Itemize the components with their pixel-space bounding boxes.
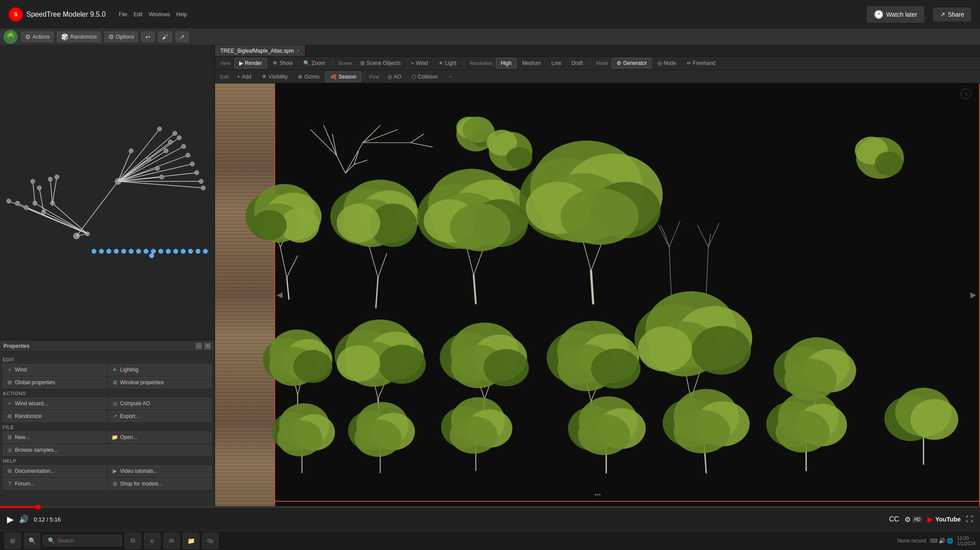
medium-res-tab[interactable]: Medium: [517, 58, 546, 68]
randomize-props-button[interactable]: ⊞ Randomize: [3, 411, 107, 422]
fullscreen-button[interactable]: ⛶: [966, 515, 973, 523]
taskbar-search-box[interactable]: 🔍: [43, 535, 122, 546]
app-menu: File Edit Windows Help: [119, 11, 187, 18]
taskbar-edge[interactable]: e: [144, 532, 161, 549]
taskbar-start-button[interactable]: ⊞: [4, 532, 21, 549]
svg-line-106: [378, 254, 387, 277]
collapse-arrow[interactable]: ▶: [970, 290, 976, 300]
taskbar-store[interactable]: 🛍: [202, 532, 219, 549]
compute-ao-button[interactable]: ◎ Compute AO: [108, 398, 212, 409]
export-props-button[interactable]: ↗ Export...: [108, 411, 212, 422]
scene-objects-tab[interactable]: ⊞ Scene Objects: [355, 58, 406, 68]
share-button[interactable]: ↗ Share: [933, 7, 971, 21]
window-properties-button[interactable]: ⊞ Window properties: [108, 377, 212, 388]
wind-vp-icon: ≈: [411, 60, 414, 66]
back-tab[interactable]: ←: [444, 71, 459, 82]
zoom-tab[interactable]: 🔍 Zoom: [298, 58, 330, 68]
generator-tab[interactable]: ⚙ Generator: [612, 58, 652, 68]
toolbar-sep-2: [464, 59, 464, 67]
add-tab[interactable]: + Add: [232, 71, 256, 82]
export-toolbar-button[interactable]: ↗: [176, 32, 189, 42]
node-tab[interactable]: ◎ Node: [653, 58, 681, 68]
visibility-tab[interactable]: 👁 Visibility: [257, 71, 292, 82]
undo-icon: ↩: [145, 33, 151, 40]
taskbar-file-exp[interactable]: 📁: [183, 532, 199, 549]
scene-label: Scene: [336, 61, 355, 66]
wind-button[interactable]: ≈ Wind: [3, 364, 107, 375]
wind-wizard-button[interactable]: ≈ Wind wizard...: [3, 398, 107, 409]
volume-button[interactable]: 🔊: [19, 514, 29, 524]
render-tab[interactable]: ▶ Render: [234, 58, 267, 68]
paint-button[interactable]: 🖌: [158, 32, 172, 42]
svg-line-67: [33, 182, 35, 204]
node-editor[interactable]: [0, 45, 214, 339]
new-file-button[interactable]: ⊞ New...: [3, 432, 107, 443]
show-tab[interactable]: 👁 Show: [268, 58, 298, 68]
svg-point-14: [196, 249, 200, 254]
youtube-logo-area: S SpeedTree Modeler 9.5.0: [9, 7, 106, 21]
high-res-tab[interactable]: High: [496, 58, 517, 68]
right-panel: TREE_BigleafMaple_Atlas.spm ✕ View ▶ Ren…: [215, 45, 980, 506]
shop-models-button[interactable]: ⊞ Shop for models...: [108, 478, 212, 489]
svg-point-68: [48, 177, 53, 182]
randomize-button[interactable]: 🎲 Randomize: [57, 32, 101, 42]
wind-tab[interactable]: ≈ Wind: [406, 58, 433, 68]
svg-point-166: [484, 349, 529, 386]
panel-minimize-button[interactable]: —: [196, 343, 202, 349]
viewport-canvas[interactable]: ▶ ◀ ••• ↑: [215, 83, 980, 506]
watch-later-button[interactable]: 🕐 Watch later: [867, 6, 924, 23]
freehand-tab[interactable]: ✏ Freehand: [682, 58, 720, 68]
file-tab-maple[interactable]: TREE_BigleafMaple_Atlas.spm ✕: [215, 45, 305, 56]
docs-button[interactable]: ⊞ Documentation...: [3, 465, 107, 477]
actions-button[interactable]: ⚙ Actions: [21, 32, 54, 42]
progress-bar[interactable]: [0, 506, 980, 508]
taskbar-search-btn[interactable]: 🔍: [24, 532, 40, 549]
svg-point-7: [144, 249, 148, 254]
menu-edit[interactable]: Edit: [133, 11, 143, 18]
video-tutorials-button[interactable]: ▶ Video tutorials...: [108, 465, 212, 477]
svg-point-183: [638, 326, 692, 371]
menu-windows[interactable]: Windows: [149, 11, 170, 18]
season-tab[interactable]: 🍂 Season: [325, 71, 361, 82]
file-tab-close[interactable]: ✕: [296, 48, 300, 53]
settings-button[interactable]: ⚙ HD: [905, 515, 922, 524]
clock-icon: 🕐: [874, 10, 883, 19]
toolbar-row-1: View ▶ Render 👁 Show 🔍 Zoom: [215, 57, 980, 70]
svg-point-36: [129, 149, 133, 153]
options-button[interactable]: ⚙ Options: [104, 32, 138, 42]
cc-button[interactable]: CC: [889, 515, 899, 523]
svg-line-28: [118, 133, 175, 182]
draft-res-tab[interactable]: Draft: [567, 58, 588, 68]
open-file-button[interactable]: 📁 Open...: [108, 432, 212, 443]
menu-help[interactable]: Help: [176, 11, 187, 18]
ao-tab[interactable]: ◎ AO: [383, 71, 406, 82]
gizmo-tab[interactable]: ⊕ Gizmo: [293, 71, 324, 82]
collision-icon: ⬡: [412, 74, 416, 80]
svg-point-61: [24, 205, 29, 210]
expand-arrow[interactable]: ◀: [276, 290, 283, 300]
taskbar-mail[interactable]: ✉: [163, 532, 180, 549]
isolated-leaves-top-right: [855, 137, 904, 179]
taskbar-task-view[interactable]: ⧉: [125, 532, 141, 549]
undo-button[interactable]: ↩: [141, 32, 154, 42]
play-button[interactable]: ▶: [7, 514, 14, 525]
browse-samples-button[interactable]: ◎ Browse samples...: [3, 444, 212, 456]
svg-point-48: [194, 171, 199, 175]
youtube-wordmark[interactable]: ▶ YouTube: [927, 514, 961, 524]
low-res-tab[interactable]: Low: [546, 58, 566, 68]
bare-tree-skeleton-2: [697, 223, 719, 295]
season-icon: 🍂: [330, 74, 337, 80]
menu-file[interactable]: File: [119, 11, 127, 18]
export-icon: ↗: [179, 33, 185, 40]
svg-line-57: [9, 201, 87, 234]
svg-point-10: [166, 249, 170, 254]
svg-point-225: [875, 151, 902, 175]
lighting-button[interactable]: ☀ Lighting: [108, 364, 212, 375]
panel-close-button[interactable]: ✕: [205, 343, 211, 349]
search-input[interactable]: [57, 538, 110, 544]
forum-button[interactable]: ? Forum...: [3, 478, 107, 489]
collision-tab[interactable]: ⬡ Collision: [407, 71, 442, 82]
global-properties-button[interactable]: ⊞ Global properties: [3, 377, 107, 388]
light-tab[interactable]: ☀ Light: [434, 58, 461, 68]
svg-point-198: [355, 419, 402, 457]
